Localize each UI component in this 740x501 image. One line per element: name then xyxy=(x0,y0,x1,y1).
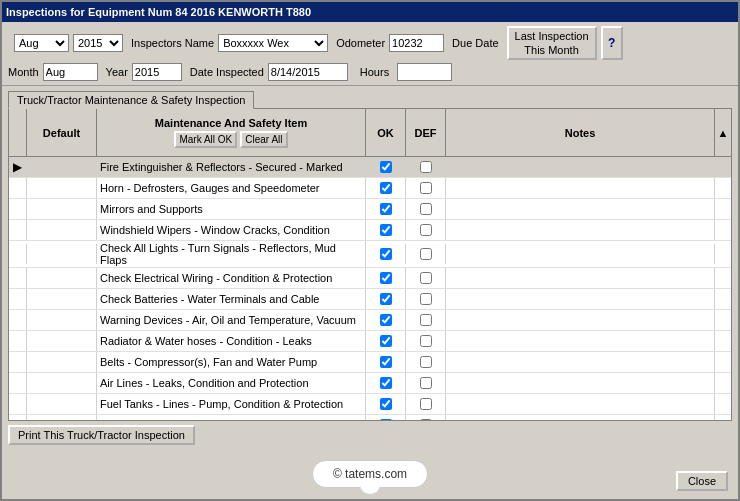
def-checkbox[interactable] xyxy=(420,314,432,326)
row-default xyxy=(27,352,97,372)
row-notes xyxy=(446,220,715,240)
row-item: Check Batteries - Water Terminals and Ca… xyxy=(97,289,366,309)
print-button[interactable]: Print This Truck/Tractor Inspection xyxy=(8,425,195,445)
help-button[interactable]: ? xyxy=(601,26,623,60)
row-notes xyxy=(446,199,715,219)
row-arrow xyxy=(9,244,27,264)
table-row: Radiator & Water hoses - Condition - Lea… xyxy=(9,331,731,352)
row-def-cell xyxy=(406,415,446,420)
ok-checkbox[interactable] xyxy=(380,398,392,410)
row-arrow xyxy=(9,310,27,330)
copyright-bubble: © tatems.com xyxy=(312,460,428,488)
def-checkbox[interactable] xyxy=(420,182,432,194)
row-item: Air Lines - Leaks, Condition and Protect… xyxy=(97,373,366,393)
ok-checkbox[interactable] xyxy=(380,272,392,284)
def-checkbox[interactable] xyxy=(420,419,432,420)
row-ok-cell xyxy=(366,310,406,330)
row-item: Check Electrical Wiring - Condition & Pr… xyxy=(97,268,366,288)
table-row: Windshield Wipers - Window Cracks, Condi… xyxy=(9,220,731,241)
row-item: Warning Devices - Air, Oil and Temperatu… xyxy=(97,310,366,330)
row-default xyxy=(27,331,97,351)
content-area: Default Maintenance And Safety Item Mark… xyxy=(8,108,732,421)
main-window: Inspections for Equipment Num 84 2016 KE… xyxy=(0,0,740,501)
row-arrow xyxy=(9,220,27,240)
row-notes xyxy=(446,157,715,177)
row-default xyxy=(27,178,97,198)
row-notes xyxy=(446,373,715,393)
ok-checkbox[interactable] xyxy=(380,314,392,326)
close-button[interactable]: Close xyxy=(676,471,728,491)
row-notes xyxy=(446,244,715,264)
ok-checkbox[interactable] xyxy=(380,203,392,215)
inspector-select[interactable]: Boxxxxx Wex xyxy=(218,34,328,52)
ok-checkbox[interactable] xyxy=(380,377,392,389)
row-notes xyxy=(446,289,715,309)
row-arrow xyxy=(9,394,27,414)
row-arrow xyxy=(9,289,27,309)
th-notes: Notes xyxy=(446,109,715,156)
row-ok-cell xyxy=(366,220,406,240)
ok-checkbox[interactable] xyxy=(380,356,392,368)
year-select[interactable]: 2015 xyxy=(73,34,123,52)
row-notes xyxy=(446,310,715,330)
hours-input[interactable] xyxy=(397,63,452,81)
action-buttons: Mark All OK Clear All xyxy=(174,131,287,148)
ok-checkbox[interactable] xyxy=(380,335,392,347)
row-item: Fire Extinguisher & Reflectors - Secured… xyxy=(97,157,366,177)
def-checkbox[interactable] xyxy=(420,335,432,347)
def-checkbox[interactable] xyxy=(420,161,432,173)
mark-all-ok-button[interactable]: Mark All OK xyxy=(174,131,237,148)
row-ok-cell xyxy=(366,289,406,309)
month-input[interactable] xyxy=(43,63,98,81)
footer-area: Print This Truck/Tractor Inspection xyxy=(2,421,738,449)
def-checkbox[interactable] xyxy=(420,398,432,410)
ok-checkbox[interactable] xyxy=(380,419,392,420)
th-scrollbar: ▲ xyxy=(715,109,731,156)
row-default xyxy=(27,244,97,264)
row-def-cell xyxy=(406,373,446,393)
year-input[interactable] xyxy=(132,63,182,81)
row-arrow xyxy=(9,415,27,420)
date-inspected-input[interactable] xyxy=(268,63,348,81)
row-item: Horn - Defrosters, Gauges and Speedomete… xyxy=(97,178,366,198)
def-checkbox[interactable] xyxy=(420,356,432,368)
row-default xyxy=(27,199,97,219)
odometer-input[interactable] xyxy=(389,34,444,52)
copyright-text: © tatems.com xyxy=(333,467,407,481)
ok-checkbox[interactable] xyxy=(380,182,392,194)
last-inspection-btn[interactable]: Last Inspection This Month xyxy=(507,26,597,60)
def-checkbox[interactable] xyxy=(420,248,432,260)
th-def: DEF xyxy=(406,109,446,156)
def-checkbox[interactable] xyxy=(420,377,432,389)
due-date-label: Due Date xyxy=(452,37,498,49)
month-static-label: Month xyxy=(8,66,39,78)
main-tab[interactable]: Truck/Tractor Maintenance & Safety Inspe… xyxy=(8,91,254,109)
row-notes xyxy=(446,178,715,198)
odometer-label: Odometer xyxy=(336,37,385,49)
table-row: ▶Fire Extinguisher & Reflectors - Secure… xyxy=(9,157,731,178)
clear-all-button[interactable]: Clear All xyxy=(240,131,287,148)
table-row: Belts - Compressor(s), Fan and Water Pum… xyxy=(9,352,731,373)
toolbar-area: Aug 2015 Inspectors Name Boxxxxx Wex Odo… xyxy=(2,22,738,86)
hours-spinner[interactable] xyxy=(397,63,452,81)
row-notes xyxy=(446,331,715,351)
row-default xyxy=(27,310,97,330)
row-default xyxy=(27,394,97,414)
row-default xyxy=(27,220,97,240)
def-checkbox[interactable] xyxy=(420,203,432,215)
def-checkbox[interactable] xyxy=(420,224,432,236)
def-checkbox[interactable] xyxy=(420,293,432,305)
ok-checkbox[interactable] xyxy=(380,248,392,260)
def-checkbox[interactable] xyxy=(420,272,432,284)
ok-checkbox[interactable] xyxy=(380,224,392,236)
row-ok-cell xyxy=(366,415,406,420)
month-select[interactable]: Aug xyxy=(14,34,69,52)
ok-checkbox[interactable] xyxy=(380,293,392,305)
hours-label: Hours xyxy=(360,66,389,78)
ok-checkbox[interactable] xyxy=(380,161,392,173)
row-notes xyxy=(446,352,715,372)
row-def-cell xyxy=(406,199,446,219)
table-row: Mirrors and Supports xyxy=(9,199,731,220)
table-row: Check Batteries - Water Terminals and Ca… xyxy=(9,289,731,310)
inspectors-name-label: Inspectors Name xyxy=(131,37,214,49)
